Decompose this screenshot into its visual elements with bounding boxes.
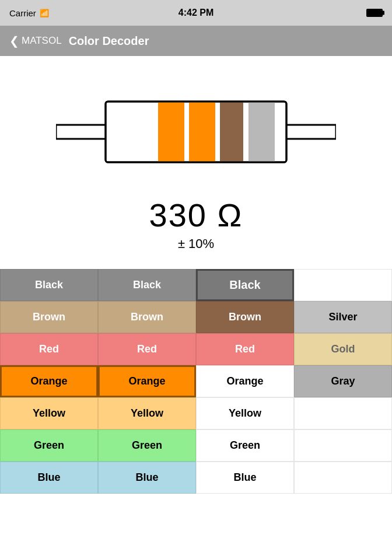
color-cell-tolerance-1[interactable]: Silver <box>294 301 392 333</box>
value-display: 330 Ω ± 10% <box>0 196 392 251</box>
resistance-unit: Ω <box>218 197 243 233</box>
carrier-label: Carrier <box>9 8 36 18</box>
color-cell-multiplier-3[interactable]: Orange <box>196 365 294 397</box>
color-picker: BlackBrownRedOrangeYellowGreenBlueBlackB… <box>0 269 392 494</box>
back-button[interactable]: ❮ MATSOL <box>9 34 62 48</box>
color-cell-tolerance-5[interactable] <box>294 429 392 462</box>
status-right <box>366 9 383 17</box>
color-cell-tolerance-6[interactable] <box>294 462 392 494</box>
color-cell-band2-3[interactable]: Orange <box>98 365 196 397</box>
color-cell-band1-5[interactable]: Green <box>0 429 98 462</box>
color-cell-band1-2[interactable]: Red <box>0 333 98 365</box>
color-cell-tolerance-2[interactable]: Gold <box>294 333 392 365</box>
resistance-value: 330 Ω <box>0 196 392 234</box>
color-cell-multiplier-1[interactable]: Brown <box>196 301 294 333</box>
status-left: Carrier 📶 <box>9 8 49 18</box>
battery-fill <box>368 10 382 16</box>
back-label: MATSOL <box>22 35 62 47</box>
color-column-band2: BlackBrownRedOrangeYellowGreenBlue <box>98 269 196 494</box>
battery-icon <box>366 9 383 17</box>
color-cell-band1-6[interactable]: Blue <box>0 462 98 494</box>
color-cell-band1-4[interactable]: Yellow <box>0 397 98 429</box>
color-cell-multiplier-6[interactable]: Blue <box>196 462 294 494</box>
nav-bar: ❮ MATSOL Color Decoder <box>0 26 392 56</box>
color-cell-multiplier-0[interactable]: Black <box>196 269 294 301</box>
svg-rect-0 <box>56 125 111 139</box>
back-chevron-icon: ❮ <box>9 34 19 48</box>
svg-rect-4 <box>189 102 215 162</box>
resistor-diagram <box>0 68 392 190</box>
svg-rect-3 <box>158 102 184 162</box>
color-cell-tolerance-4[interactable] <box>294 397 392 429</box>
color-cell-tolerance-3[interactable]: Gray <box>294 365 392 397</box>
svg-rect-5 <box>220 102 243 162</box>
color-cell-band1-3[interactable]: Orange <box>0 365 98 397</box>
color-column-tolerance: SilverGoldGray <box>294 269 392 494</box>
color-column-band1: BlackBrownRedOrangeYellowGreenBlue <box>0 269 98 494</box>
svg-rect-6 <box>249 102 275 162</box>
svg-rect-1 <box>281 125 336 139</box>
resistor-svg <box>56 74 336 190</box>
color-cell-band2-6[interactable]: Blue <box>98 462 196 494</box>
tolerance-value: ± 10% <box>0 236 392 251</box>
color-cell-band1-1[interactable]: Brown <box>0 301 98 333</box>
color-cell-multiplier-2[interactable]: Red <box>196 333 294 365</box>
color-columns: BlackBrownRedOrangeYellowGreenBlueBlackB… <box>0 269 392 494</box>
color-cell-tolerance-0[interactable] <box>294 269 392 301</box>
color-cell-band2-5[interactable]: Green <box>98 429 196 462</box>
color-cell-band2-2[interactable]: Red <box>98 333 196 365</box>
color-column-multiplier: BlackBrownRedOrangeYellowGreenBlue <box>196 269 294 494</box>
resistance-number: 330 <box>149 197 207 233</box>
color-cell-multiplier-5[interactable]: Green <box>196 429 294 462</box>
color-cell-multiplier-4[interactable]: Yellow <box>196 397 294 429</box>
color-cell-band1-0[interactable]: Black <box>0 269 98 301</box>
wifi-icon: 📶 <box>40 9 49 18</box>
color-cell-band2-1[interactable]: Brown <box>98 301 196 333</box>
status-time: 4:42 PM <box>178 8 214 18</box>
main-content: 330 Ω ± 10% BlackBrownRedOrangeYellowGre… <box>0 56 392 494</box>
color-cell-band2-4[interactable]: Yellow <box>98 397 196 429</box>
color-cell-band2-0[interactable]: Black <box>98 269 196 301</box>
page-title: Color Decoder <box>69 34 149 48</box>
status-bar: Carrier 📶 4:42 PM <box>0 0 392 26</box>
